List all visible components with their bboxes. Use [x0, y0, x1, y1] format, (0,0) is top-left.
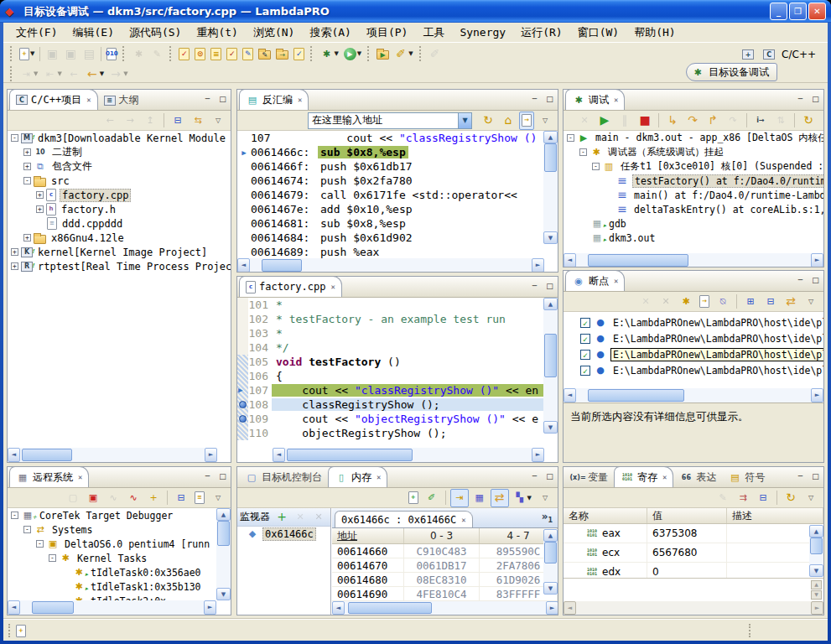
scroll-up-button[interactable]: ▲	[543, 298, 558, 310]
build-all-button[interactable]: ✎	[148, 44, 166, 63]
maximize-view-button[interactable]: □	[545, 472, 554, 480]
disasm-line[interactable]: 0061466f:push $0x61db17	[237, 159, 558, 174]
view-menu-button[interactable]: ▽	[802, 293, 820, 311]
code-editor[interactable]: 101*102* testFactory - an example test r…	[237, 298, 558, 440]
code-line[interactable]: 106{	[237, 369, 558, 383]
tab-breakpoints[interactable]: ◉断点✕	[565, 270, 625, 291]
tab-memory[interactable]: ▯内存✕	[328, 466, 387, 487]
menu-item[interactable]: 窗口(W)	[570, 23, 626, 42]
register-row[interactable]: 1010 0101ecx6567680	[564, 543, 823, 563]
coretek-debugger-node[interactable]: -▦+CoreTek Target Debugger	[8, 508, 231, 522]
minimize-view-button[interactable]: ─	[530, 95, 539, 103]
close-rendering-icon[interactable]: ✕	[461, 516, 465, 524]
expand-toggle[interactable]: +	[11, 248, 18, 256]
disconnect-button[interactable]: ∿	[124, 489, 143, 507]
collapse-toggle[interactable]: -	[23, 526, 31, 533]
scroll-right-button[interactable]: ►	[811, 388, 823, 402]
collapse-toggle[interactable]: -	[49, 554, 56, 562]
scroll-down-button[interactable]: ▼	[543, 231, 558, 244]
close-view-icon[interactable]: ✕	[662, 473, 667, 481]
forward-button[interactable]: →▼	[106, 65, 130, 83]
maximize-view-button[interactable]: □	[218, 95, 227, 103]
maximize-view-button[interactable]: □	[811, 472, 820, 480]
maximize-view-button[interactable]: □	[545, 282, 554, 290]
validate-button[interactable]: ✓	[291, 44, 307, 63]
save-button[interactable]: ▣	[43, 44, 61, 63]
show-supported-breakpoints-button[interactable]: ✱	[677, 293, 695, 311]
scroll-right-button[interactable]: ►	[205, 448, 217, 462]
scroll-thumb[interactable]	[217, 521, 230, 546]
collapse-toggle[interactable]: -	[592, 163, 600, 170]
column-name[interactable]: 名称	[564, 508, 647, 523]
tab-target-console[interactable]: ▢目标机控制台	[239, 468, 328, 487]
collapse-toggle[interactable]: -	[11, 134, 18, 142]
scroll-thumb[interactable]	[262, 259, 302, 272]
scroll-left-button[interactable]: ◄	[8, 448, 20, 462]
tab-disassembly[interactable]: ▤反汇编✕	[239, 89, 309, 110]
horizontal-scrollbar[interactable]: ◄►	[273, 448, 544, 462]
menu-item[interactable]: 文件(F)	[8, 23, 65, 42]
maximize-view-button[interactable]: □	[545, 95, 554, 103]
code-line[interactable]: 105void testFactory ()	[237, 355, 558, 369]
close-window-button[interactable]: ✕	[808, 3, 826, 20]
horizontal-scrollbar[interactable]: ◄►	[332, 601, 558, 615]
file-factory-h[interactable]: +hfactory.h	[8, 202, 231, 216]
more-renderings-button[interactable]: »1	[542, 511, 558, 527]
collapse-all-button[interactable]: ⊟	[754, 489, 772, 507]
breakpoint-row[interactable]: ✓●E:\LambdaPROnew\LambdaPRO\host\ide\pla…	[564, 362, 823, 378]
scroll-right-button[interactable]: ►	[204, 600, 216, 615]
test-report-button[interactable]: ✎	[240, 44, 256, 63]
edit-project-button[interactable]: ✎	[256, 44, 273, 63]
disasm-line[interactable]: 00614674:push $0x2fa780	[237, 174, 558, 188]
code-line[interactable]: 104*/	[237, 340, 558, 355]
code-line[interactable]: 103*	[237, 326, 558, 340]
breakpoint-checkbox[interactable]: ✓	[580, 350, 590, 360]
remove-all-monitors-button[interactable]: ✕	[309, 508, 328, 527]
scroll-thumb[interactable]	[544, 334, 557, 377]
suspend-button[interactable]: ∥	[615, 112, 634, 130]
code-check-button[interactable]: ✓	[176, 44, 192, 63]
expand-toggle[interactable]: +	[36, 191, 44, 199]
print-button[interactable]: ▤	[80, 44, 98, 63]
code-search-button[interactable]: ⊙	[192, 44, 208, 63]
memory-table[interactable]: 00614660C910C483895590C006146700061DB172…	[332, 544, 558, 601]
horizontal-scrollbar[interactable]: ◄►	[8, 600, 216, 615]
debug-launch-button[interactable]: ✱▼	[317, 44, 340, 63]
menu-item[interactable]: 搜索(A)	[302, 23, 358, 42]
combo-dropdown-button[interactable]: ▼	[458, 113, 471, 128]
back-button[interactable]: ←▼	[83, 65, 106, 83]
editor-marker-bar[interactable]	[237, 426, 248, 440]
code-line[interactable]: 110 objectRegistryShow ();	[237, 426, 558, 440]
project-dkm3[interactable]: -M!dkm3[Downloadable Kernel Module Proj	[8, 131, 231, 145]
collapse-toggle[interactable]: -	[579, 148, 587, 156]
vertical-scrollbar[interactable]: ▲▼	[809, 525, 823, 577]
follow-pc-button[interactable]: →	[519, 112, 534, 130]
binary-parser-button[interactable]: 010	[104, 44, 119, 63]
switch-rendering-button[interactable]: ⇄	[491, 489, 509, 507]
previous-annotation-button[interactable]: ⇥▼	[17, 65, 40, 83]
editor-marker-bar[interactable]	[237, 412, 248, 426]
remove-monitor-button[interactable]: ✕	[291, 508, 309, 527]
horizontal-scrollbar[interactable]: ◄►	[564, 601, 823, 615]
go-up-button[interactable]: ↥	[141, 112, 159, 130]
expand-toggle[interactable]: +	[23, 234, 31, 242]
home-button[interactable]: ⌂	[499, 112, 517, 130]
close-view-icon[interactable]: ✕	[377, 473, 381, 481]
scroll-left-button[interactable]: ◄	[332, 601, 345, 615]
column-description[interactable]: 描述	[727, 508, 823, 523]
breakpoint-icon[interactable]	[239, 415, 247, 423]
new-connection-button[interactable]: +	[144, 489, 163, 507]
tab-registers[interactable]: 1010 0101寄存✕	[614, 466, 673, 487]
scroll-right-button[interactable]: ►	[546, 601, 558, 615]
scroll-left-button[interactable]: ◄	[564, 253, 576, 267]
scroll-left-button[interactable]: ◄	[564, 601, 576, 615]
minimize-view-button[interactable]: ─	[796, 472, 805, 480]
new-memory-monitor-button[interactable]: +	[406, 489, 421, 507]
node-includes[interactable]: +⧉包含文件	[8, 159, 231, 174]
menu-item[interactable]: 运行(R)	[513, 23, 569, 42]
debugger-node[interactable]: -✱调试器（系统级调试）挂起	[564, 145, 823, 159]
detail-scroll-down-button[interactable]: ▼	[811, 590, 822, 600]
view-menu-button[interactable]: ▽	[209, 489, 227, 507]
remove-breakpoint-button[interactable]: ✕	[636, 293, 655, 311]
disasm-line[interactable]: 00614689:push %eax	[237, 245, 558, 259]
